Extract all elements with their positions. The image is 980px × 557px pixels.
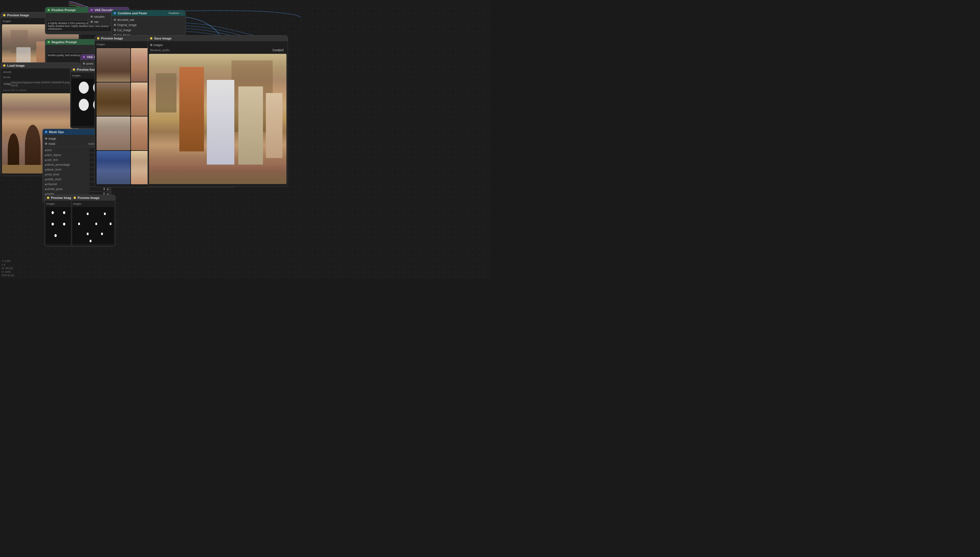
preview-mask-small-header: Preview Image — [71, 195, 115, 200]
status-i: i: 0 — [2, 263, 14, 267]
decoded-vae-lbl: decoded_vae — [117, 18, 183, 21]
portrait-9 — [96, 117, 130, 150]
save-images-port — [150, 44, 152, 46]
preview-mask-small-title: Preview Image — [78, 196, 100, 199]
save-image-title: Save Image — [154, 37, 172, 40]
save-images-lbl: images — [154, 44, 285, 47]
vae-decode-title: VAE Decode — [95, 8, 113, 12]
preview-mask-dot — [73, 68, 75, 71]
preview-mask-small-images: images — [71, 202, 115, 206]
status-v: V: 1070 — [2, 270, 14, 274]
save-image-node: Save Image images filename_prefix ComfyU… — [147, 35, 288, 187]
positive-dot — [47, 9, 50, 11]
negative-dot — [47, 41, 50, 43]
vae-encode-dot — [83, 56, 85, 58]
save-images-row: images — [148, 42, 287, 47]
combine-dot — [114, 12, 116, 14]
image-out-lbl: IMAGE — [3, 71, 74, 73]
preview-tl-title: Preview Image — [7, 13, 29, 17]
preview-mask-small-canvas — [72, 207, 114, 244]
preview-mask-small-node: Preview Image images — [71, 195, 116, 247]
file-path: clipspace/clipspace-mask-3409047.0900099… — [11, 81, 74, 87]
preview-tl-dot — [3, 14, 5, 16]
cut-image-port — [114, 29, 116, 31]
save-image-header: Save Image — [148, 36, 287, 41]
upload-label[interactable]: choose file to upload — [1, 88, 80, 92]
mask-ops-mask-port — [45, 143, 47, 145]
filename-prefix-val: ComfyUI — [228, 48, 285, 52]
samples-port — [90, 15, 93, 18]
portrait-13 — [96, 151, 130, 185]
decoded-vae-port — [114, 19, 116, 21]
cut-image-row: Cut_Image — [111, 28, 185, 33]
samples-label: samples — [94, 15, 109, 18]
filename-row: image clipspace/clipspace-mask-3409047.0… — [2, 80, 79, 87]
mask-ops-image-port — [45, 137, 47, 140]
preview-center-dot — [97, 37, 100, 39]
load-image-output: IMAGE — [1, 70, 80, 75]
vae-port — [90, 21, 93, 23]
status-n: N: 28 [14] — [2, 267, 14, 270]
preview-seg-dot — [47, 197, 49, 199]
image-label: image — [4, 82, 11, 85]
save-image-preview — [149, 54, 286, 184]
filename-prefix-lbl: filename_prefix — [150, 49, 228, 52]
combine-title: Combine and Paste — [118, 11, 147, 15]
positive-title: Positive Prompt — [52, 8, 76, 12]
status-time: T: 0.00s — [2, 259, 14, 263]
portrait-1 — [96, 48, 130, 82]
mask-ops-image-lbl: image — [48, 137, 77, 140]
save-filename-row: filename_prefix ComfyUI — [148, 47, 287, 53]
save-image-dot — [150, 37, 152, 39]
preview-seg-title: Preview Image — [51, 196, 73, 199]
load-mask-output: MASK — [1, 75, 80, 80]
load-image-header: Load Image — [1, 63, 80, 68]
load-image-dot — [3, 64, 5, 67]
mask-ops-mask-lbl: mask — [48, 142, 77, 145]
combine-paste-header: Combine and Paste FinalOut — [111, 10, 185, 16]
negative-title: Negative Prompt — [52, 40, 77, 44]
load-image-title: Load Image — [7, 64, 24, 67]
pixels-port — [83, 62, 85, 65]
status-fps: FPS:65.36 — [2, 274, 14, 277]
preview-center-title: Preview Image — [101, 37, 123, 40]
status-bar: T: 0.00s i: 0 N: 28 [14] V: 1070 FPS:65.… — [2, 259, 14, 277]
finalout-label: FinalOut — [169, 12, 179, 15]
portrait-5 — [96, 82, 130, 116]
original-image-lbl: Original_Image — [117, 23, 183, 27]
decoded-vae-row: decoded_vae — [111, 17, 185, 22]
original-image-row: Original_Image — [111, 22, 185, 28]
mask-out-lbl: MASK — [3, 76, 74, 79]
preview-mask-small-dot — [74, 197, 76, 199]
vae-decode-dot — [90, 9, 93, 11]
original-image-port — [114, 24, 116, 26]
mask-ops-dot — [45, 131, 47, 133]
cut-image-lbl: Cut_Image — [117, 29, 183, 32]
finalout-port — [181, 12, 183, 14]
mask-ops-title: Mask Ops — [49, 130, 64, 134]
